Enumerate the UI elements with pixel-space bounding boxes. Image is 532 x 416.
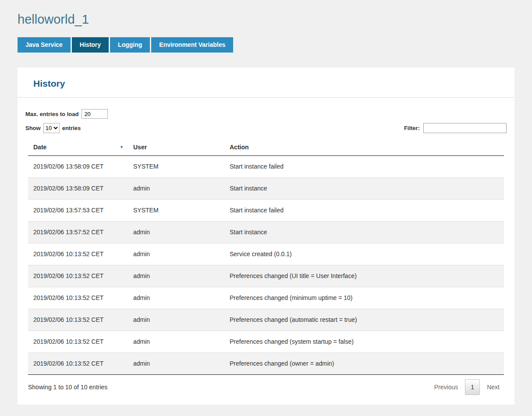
- page: helloworld_1 Java Service History Loggin…: [0, 0, 532, 416]
- table-row: 2019/02/06 10:13:52 CET admin Preference…: [28, 353, 504, 375]
- sort-desc-icon: ▼: [120, 145, 124, 149]
- column-header-date[interactable]: Date ▼: [28, 139, 128, 156]
- entries-label: entries: [62, 125, 81, 131]
- cell-action: Preferences changed (owner = admin): [224, 353, 504, 375]
- filter-input[interactable]: [423, 123, 507, 133]
- cell-action: Start instance failed: [224, 200, 504, 222]
- panel-body: Max. entries to load Show 10 entries Fil…: [18, 98, 514, 405]
- tab-logging[interactable]: Logging: [110, 37, 150, 53]
- panel-header: History: [18, 67, 514, 98]
- cell-action: Preferences changed (minimum uptime = 10…: [224, 287, 504, 309]
- cell-date: 2019/02/06 13:58:09 CET: [28, 156, 128, 178]
- page-length-control: Show 10 entries: [25, 123, 81, 133]
- table-row: 2019/02/06 10:13:52 CET admin Preference…: [28, 331, 504, 353]
- tab-environment-variables[interactable]: Environment Variables: [151, 37, 233, 53]
- table-row: 2019/02/06 13:57:52 CET admin Start inst…: [28, 222, 504, 243]
- cell-user: admin: [128, 265, 224, 287]
- cell-action: Preferences changed (system startup = fa…: [224, 331, 504, 353]
- table-row: 2019/02/06 13:58:09 CET admin Start inst…: [28, 178, 504, 200]
- cell-action: Preferences changed (automatic restart =…: [224, 309, 504, 331]
- cell-action: Start instance: [224, 222, 504, 243]
- cell-user: SYSTEM: [128, 200, 224, 222]
- show-label: Show: [25, 125, 41, 131]
- previous-page-button[interactable]: Previous: [430, 380, 462, 395]
- table-header-row: Date ▼ User Action: [28, 139, 504, 156]
- cell-date: 2019/02/06 10:13:52 CET: [28, 353, 128, 375]
- cell-user: admin: [128, 243, 224, 265]
- page-1-button[interactable]: 1: [465, 379, 480, 395]
- column-header-date-label: Date: [33, 144, 46, 151]
- next-page-button[interactable]: Next: [482, 380, 504, 395]
- panel-heading: History: [33, 78, 499, 89]
- cell-user: admin: [128, 178, 224, 200]
- tab-history[interactable]: History: [72, 37, 109, 53]
- cell-user: admin: [128, 287, 224, 309]
- table-row: 2019/02/06 13:57:53 CET SYSTEM Start ins…: [28, 200, 504, 222]
- table-row: 2019/02/06 10:13:52 CET admin Preference…: [28, 287, 504, 309]
- max-entries-label: Max. entries to load: [25, 111, 78, 117]
- cell-date: 2019/02/06 13:57:52 CET: [28, 222, 128, 243]
- cell-action: Service created (0.0.1): [224, 243, 504, 265]
- max-entries-input[interactable]: [82, 109, 108, 119]
- cell-user: admin: [128, 309, 224, 331]
- cell-user: admin: [128, 353, 224, 375]
- table-row: 2019/02/06 10:13:52 CET admin Preference…: [28, 309, 504, 331]
- max-entries-control: Max. entries to load: [25, 109, 507, 119]
- cell-date: 2019/02/06 13:57:53 CET: [28, 200, 128, 222]
- pagination: Previous 1 Next: [430, 379, 504, 395]
- cell-action: Preferences changed (UI title = User Int…: [224, 265, 504, 287]
- tab-bar: Java Service History Logging Environment…: [18, 37, 514, 53]
- cell-user: SYSTEM: [128, 156, 224, 178]
- table-row: 2019/02/06 13:58:09 CET SYSTEM Start ins…: [28, 156, 504, 178]
- cell-date: 2019/02/06 10:13:52 CET: [28, 309, 128, 331]
- filter-control: Filter:: [404, 123, 507, 133]
- history-table: Date ▼ User Action 2019/02/06 13:58:09 C…: [28, 139, 504, 375]
- cell-date: 2019/02/06 10:13:52 CET: [28, 243, 128, 265]
- cell-date: 2019/02/06 10:13:52 CET: [28, 331, 128, 353]
- table-row: 2019/02/06 10:13:52 CET admin Service cr…: [28, 243, 504, 265]
- tab-java-service[interactable]: Java Service: [18, 37, 71, 53]
- history-panel: History Max. entries to load Show 10 ent…: [18, 67, 514, 405]
- table-footer: Showing 1 to 10 of 10 entries Previous 1…: [25, 375, 507, 405]
- table-info: Showing 1 to 10 of 10 entries: [28, 384, 107, 391]
- column-header-action[interactable]: Action: [224, 139, 504, 156]
- page-title: helloworld_1: [18, 0, 514, 37]
- column-header-user[interactable]: User: [128, 139, 224, 156]
- show-filter-row: Show 10 entries Filter:: [25, 123, 507, 133]
- cell-date: 2019/02/06 10:13:52 CET: [28, 265, 128, 287]
- cell-action: Start instance: [224, 178, 504, 200]
- cell-date: 2019/02/06 13:58:09 CET: [28, 178, 128, 200]
- cell-action: Start instance failed: [224, 156, 504, 178]
- cell-user: admin: [128, 222, 224, 243]
- page-length-select[interactable]: 10: [43, 123, 60, 133]
- table-row: 2019/02/06 10:13:52 CET admin Preference…: [28, 265, 504, 287]
- filter-label: Filter:: [404, 125, 420, 131]
- cell-date: 2019/02/06 10:13:52 CET: [28, 287, 128, 309]
- cell-user: admin: [128, 331, 224, 353]
